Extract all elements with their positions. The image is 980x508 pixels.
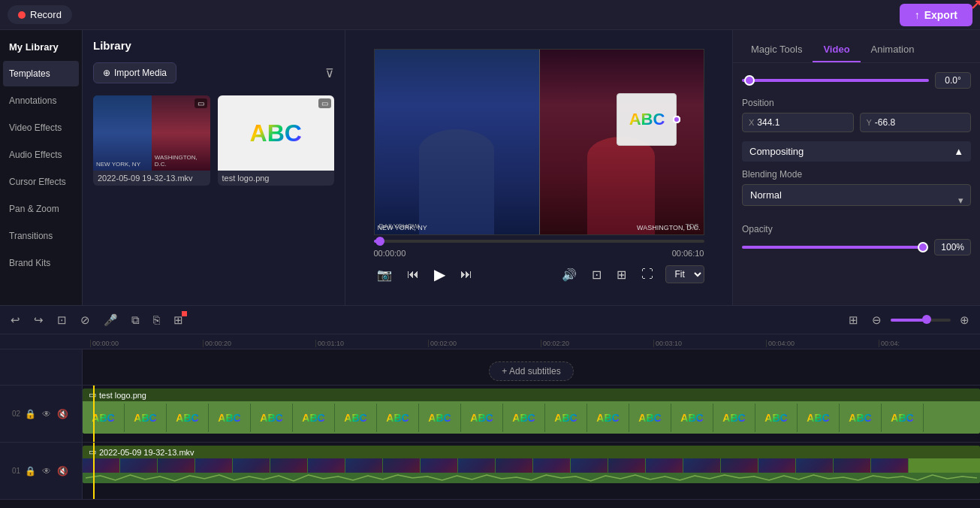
preview-divider [539,50,540,234]
crop-tool-button[interactable]: ⊡ [53,310,71,330]
opacity-label: Opacity [742,224,971,234]
zoom-thumb[interactable] [922,315,931,324]
split-button[interactable]: ⊘ [76,310,95,330]
lock-icon-01[interactable]: 🔒 [23,464,38,478]
copy-button[interactable]: ⎘ [149,310,164,329]
video-clip-name: 2022-05-09 19-32-13.mkv [99,448,194,457]
zoom-out-button[interactable]: ⊖ [867,310,886,330]
logo-clip-name: test logo.png [99,391,146,400]
logo-clip-label: ▭ test logo.png [83,389,980,401]
ruler-mark-3: 00:02:00 [428,340,541,347]
duplicate-button[interactable]: ⧉ [127,310,144,330]
tab-video[interactable]: Video [813,38,860,62]
video-frame [871,458,909,473]
eye-icon-02[interactable]: 👁 [41,407,53,421]
compositing-chevron: ▲ [954,146,963,157]
zoom-in-button[interactable]: ⊕ [955,310,974,330]
rotation-slider[interactable] [742,79,929,82]
audio-icon-02[interactable]: 🔇 [56,407,70,421]
video-clip-icon: ▭ [89,447,96,457]
play-button[interactable]: ▶ [431,262,448,286]
add-clip-button[interactable]: ⊞ [844,310,863,330]
record-button[interactable]: Record [8,5,72,24]
sidebar-item-pan-zoom[interactable]: Pan & Zoom [3,196,79,222]
add-subtitles-label: + Add subtitles [502,366,560,376]
record-dot [18,11,26,19]
progress-bar[interactable] [374,240,704,243]
progress-thumb[interactable] [375,237,384,246]
track-num-01: 01 [12,467,20,475]
thumb-image-logo: ABC ▭ [218,95,335,171]
logo-frame: ABC [503,404,545,432]
thumb-label-video: 2022-05-09 19-32-13.mkv [93,171,210,186]
ruler-mark-5: 00:03:10 [653,340,766,347]
handle-bm[interactable] [673,116,680,123]
sidebar-item-video-effects[interactable]: Video Effects [3,115,79,141]
time-display: 00:00:00 00:06:10 [374,249,704,258]
position-x-field[interactable]: X 344.1 [742,113,854,132]
rotation-thumb[interactable] [744,75,755,86]
mic-button[interactable]: 🎤 [99,310,122,330]
grid-button[interactable]: ⊞ [614,265,629,285]
sidebar-item-transitions[interactable]: Transitions [3,223,79,249]
video-frame [308,458,345,473]
opacity-thumb[interactable] [918,242,928,252]
duration: 00:06:10 [672,249,704,258]
sidebar-item-cursor-effects[interactable]: Cursor Effects [3,169,79,195]
zoom-slider[interactable] [891,319,951,322]
position-y-field[interactable]: Y -66.8 [860,113,972,132]
media-thumb-video[interactable]: NEW YORK, NY WASHINGTON, D.C. ▭ 2022-05-… [93,95,210,186]
video-frame [496,458,533,473]
opacity-slider[interactable] [742,246,928,249]
logo-frame: ABC [798,404,840,432]
volume-button[interactable]: 🔊 [559,265,580,285]
ruler-mark-2: 00:01:10 [315,340,428,347]
fit-select[interactable]: Fit [665,265,704,283]
y-label: Y [867,118,872,127]
logo-frame: ABC [125,404,167,432]
eye-icon-01[interactable]: 👁 [41,464,53,478]
video-frame [421,458,458,473]
blending-mode-select[interactable]: Normal [742,184,971,206]
redo-button[interactable]: ↪ [29,310,48,330]
add-subtitles-button[interactable]: + Add subtitles [489,361,573,381]
compositing-header[interactable]: Compositing ▲ [742,141,971,162]
logo-text: ABC [250,119,302,147]
undo-button[interactable]: ↩ [6,310,25,330]
lock-icon-02[interactable]: 🔒 [23,407,38,421]
screenshot-button[interactable]: 📷 [374,265,395,285]
media-thumb-image[interactable]: ABC ▭ test logo.png [218,95,335,186]
video-frame [834,458,871,473]
video-clip[interactable]: ▭ 2022-05-09 19-32-13.mkv [83,446,980,483]
subtitle-track-row: + Add subtitles [0,349,980,386]
skip-forward-button[interactable]: ⏭ [457,265,475,284]
my-library-label: My Library [0,34,82,60]
playhead-logo [93,386,95,442]
filter-icon[interactable]: ⊽ [325,66,334,80]
opacity-value[interactable]: 100% [934,239,971,256]
skip-back-button[interactable]: ⏮ [404,265,422,284]
record-timeline-button[interactable]: ⊞ [169,310,188,330]
ruler-mark-4: 00:02:20 [541,340,653,347]
crop-button[interactable]: ⊡ [589,265,605,285]
logo-clip[interactable]: ▭ test logo.png ABC ABC ABC ABC ABC ABC … [83,389,980,434]
sidebar-item-brand-kits[interactable]: Brand Kits [3,250,79,276]
opacity-row: 100% [742,239,971,256]
fullscreen-button[interactable]: ⛶ [638,265,656,284]
export-button[interactable]: ↑ Export [900,4,972,26]
preview-controls: 00:00:00 00:06:10 📷 ⏮ ▶ ⏭ 🔊 ⊡ ⊞ ⛶ Fit [374,240,704,286]
logo-frame: ABC [377,404,419,432]
logo-track-icons: 02 🔒 👁 🔇 [12,407,70,421]
import-media-button[interactable]: ⊕ Import Media [93,62,176,83]
tab-animation[interactable]: Animation [861,38,925,62]
export-arrow-indicator: ↗ [970,0,980,13]
rotation-value[interactable]: 0.0° [935,72,971,89]
video-frame [345,458,383,473]
video-frame [721,458,758,473]
sidebar-item-templates[interactable]: Templates [3,61,79,86]
sidebar-item-annotations[interactable]: Annotations [3,88,79,113]
tab-magic-tools[interactable]: Magic Tools [740,38,813,62]
audio-icon-01[interactable]: 🔇 [56,464,70,478]
logo-frame: ABC [461,404,503,432]
sidebar-item-audio-effects[interactable]: Audio Effects [3,142,79,168]
